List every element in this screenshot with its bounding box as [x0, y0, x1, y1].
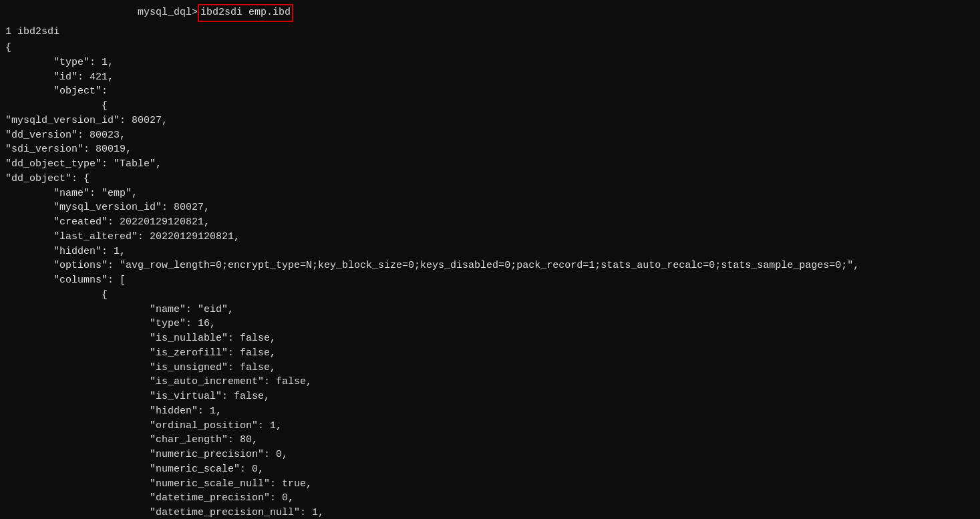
output-line-created: "created": 20220129120821,	[5, 215, 975, 230]
output-line: "datetime_precision": 0,	[5, 491, 975, 506]
prompt-prefix: mysql_dql>	[5, 5, 198, 21]
output-block: { "type": 1, "id": 421, "object": { "mys…	[5, 41, 975, 519]
output-line: "ordinal_position": 1,	[5, 419, 975, 434]
output-line: "is_nullable": false,	[5, 331, 975, 346]
output-line: "sdi_version": 80019,	[5, 142, 975, 157]
output-line: "last_altered": 20220129120821,	[5, 230, 975, 244]
output-line: "datetime_precision_null": 1,	[5, 506, 975, 519]
output-line: "object":	[5, 84, 975, 99]
output-line: {	[5, 41, 975, 55]
output-line: "char_length": 80,	[5, 433, 975, 448]
output-line: "numeric_precision": 0,	[5, 448, 975, 462]
output-line: "mysql_version_id": 80027,	[5, 200, 975, 215]
output-line: "id": 421,	[5, 70, 975, 85]
output-line: "mysqld_version_id": 80027,	[5, 114, 975, 128]
output-line: "type": 1,	[5, 55, 975, 70]
output-line: "name": "emp",	[5, 186, 975, 201]
output-line: "dd_version": 80023,	[5, 128, 975, 143]
output-line: {	[5, 99, 975, 114]
output-line: "name": "eid",	[5, 303, 975, 317]
output-line: "dd_object_type": "Table",	[5, 157, 975, 172]
ibd2sdi-line: 1 ibd2sdi	[5, 23, 975, 41]
output-line: "hidden": 1,	[5, 244, 975, 259]
output-line: "is_virtual": false,	[5, 389, 975, 404]
output-line: {	[5, 288, 975, 303]
terminal-window: mysql_dql>ibd2sdi emp.ibd 1 ibd2sdi { "t…	[0, 0, 980, 519]
output-line: "type": 16,	[5, 317, 975, 331]
output-line: "numeric_scale": 0,	[5, 462, 975, 477]
prompt-line: mysql_dql>ibd2sdi emp.ibd	[5, 3, 975, 23]
output-line: "is_unsigned": false,	[5, 361, 975, 375]
terminal-content: mysql_dql>ibd2sdi emp.ibd 1 ibd2sdi { "t…	[0, 0, 980, 519]
output-line: "is_zerofill": false,	[5, 346, 975, 361]
output-line-options: "options": "avg_row_length=0;encrypt_typ…	[5, 258, 975, 273]
output-line: "dd_object": {	[5, 172, 975, 186]
output-line: "hidden": 1,	[5, 404, 975, 419]
output-line: "columns": [	[5, 273, 975, 288]
output-line: "numeric_scale_null": true,	[5, 477, 975, 492]
command-highlight: ibd2sdi emp.ibd	[198, 4, 293, 22]
output-line: "is_auto_increment": false,	[5, 375, 975, 389]
